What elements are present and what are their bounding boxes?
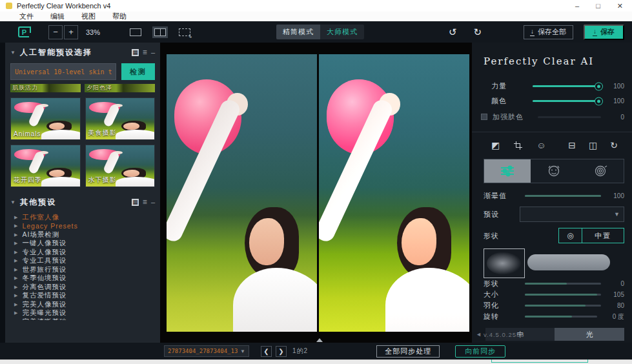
- rotate-icon[interactable]: ↻: [610, 140, 618, 150]
- slider-knob[interactable]: [595, 97, 602, 105]
- face-detect-icon[interactable]: ☺: [536, 140, 545, 150]
- preset-dropdown-label: 预设: [484, 210, 515, 219]
- tree-item[interactable]: 专业工具预设: [14, 257, 160, 266]
- chevron-down-icon: ▼: [240, 349, 245, 354]
- strength-slider[interactable]: [533, 85, 601, 87]
- tree-item[interactable]: 复古爱情预设: [14, 292, 160, 301]
- tree-item-studio-portrait[interactable]: 工作室人像: [14, 213, 160, 222]
- zoom-in-button[interactable]: +: [64, 25, 78, 39]
- split-view-icon[interactable]: [154, 28, 166, 36]
- enhance-skin-slider[interactable]: [538, 116, 601, 118]
- preset-thumb-partial[interactable]: 肌肤活力: [10, 84, 81, 92]
- slider-knob[interactable]: [595, 83, 602, 90]
- tree-item[interactable]: 分离色调预设: [14, 283, 160, 292]
- tree-item-legacy-presets[interactable]: Legacy Presets: [14, 222, 160, 231]
- preset-thumb-partial[interactable]: 夕阳色泽: [85, 84, 155, 92]
- preset-thumb-flowers[interactable]: 花开四季: [10, 145, 81, 187]
- other-presets-header[interactable]: ▼ 其他预设 ▦ ≡ –: [5, 192, 160, 212]
- eraser-icon[interactable]: ⊟: [568, 140, 576, 150]
- menu-edit[interactable]: 编辑: [50, 12, 65, 21]
- menu-file[interactable]: 文件: [19, 12, 34, 21]
- tab-simple-mode[interactable]: 精简模式: [276, 25, 320, 39]
- enhance-skin-checkbox[interactable]: [481, 114, 487, 120]
- size-value: 105: [606, 291, 624, 298]
- divider: [472, 132, 632, 132]
- flip-icon[interactable]: ◫: [589, 140, 597, 150]
- preset-thumb-food[interactable]: 美食摄影: [85, 97, 156, 140]
- presets-sidebar: ▼ 人工智能预设选择 ▦ ≡ – 检测 肌肤活力 夕阳色泽 Animals: [5, 43, 160, 343]
- grid-view-icon[interactable]: ▦: [132, 49, 139, 56]
- minimize-button[interactable]: –: [575, 2, 579, 10]
- shape-section-label: 形状: [484, 231, 499, 241]
- maximize-button[interactable]: □: [596, 2, 600, 10]
- ai-presets-header[interactable]: ▼ 人工智能预设选择 ▦ ≡ –: [5, 43, 160, 62]
- crop-icon[interactable]: [514, 141, 522, 150]
- tab-master-mode[interactable]: 大师模式: [320, 25, 364, 39]
- center-button[interactable]: 中置: [582, 228, 624, 243]
- compare-view-icon[interactable]: [179, 28, 190, 36]
- tool-icon-row: ◩ ☺ ⊟ ◫ ↻: [491, 140, 618, 150]
- save-button[interactable]: ↓ 保存: [584, 25, 624, 40]
- tree-item[interactable]: 冬季仙境预设: [14, 274, 160, 283]
- tab-sliders[interactable]: [484, 159, 531, 183]
- tree-item[interactable]: 一键人像预设: [14, 239, 160, 248]
- tree-item[interactable]: 完美人像预设: [14, 300, 160, 309]
- tree-item[interactable]: AI场景检测: [14, 230, 160, 239]
- color-slider[interactable]: [533, 100, 601, 102]
- sliders-icon: [500, 165, 515, 177]
- feather-slider[interactable]: [525, 305, 601, 307]
- strength-slider-label: 力量: [491, 81, 527, 91]
- expand-filmstrip-handle[interactable]: [316, 338, 323, 342]
- filename-dropdown[interactable]: 27873404_27873404_13f ▼: [164, 345, 249, 357]
- tree-item[interactable]: 完美曝光预设: [14, 309, 160, 318]
- photo-after[interactable]: [319, 54, 469, 332]
- preset-dropdown[interactable]: ▼: [520, 207, 624, 222]
- save-all-button[interactable]: ↓ 保存全部: [524, 25, 573, 39]
- zoom-out-button[interactable]: −: [48, 25, 63, 39]
- grid-view-icon[interactable]: ▦: [132, 199, 139, 206]
- collapse-dash-icon[interactable]: –: [151, 198, 155, 206]
- adjustment-tabs: [484, 159, 624, 183]
- tree-item[interactable]: 世界旅行预设: [14, 265, 160, 274]
- list-view-icon[interactable]: ≡: [143, 48, 147, 57]
- shape-opacity-bar[interactable]: [527, 254, 610, 270]
- save-label: 保存: [600, 27, 615, 37]
- vignette-amount-slider[interactable]: [525, 195, 601, 197]
- vignette-shape-preview[interactable]: [484, 248, 525, 278]
- target-icon[interactable]: ◎: [559, 228, 582, 243]
- preset-search-input[interactable]: [10, 63, 116, 80]
- rotate-value: 0 度: [602, 312, 624, 321]
- close-button[interactable]: ✕: [617, 2, 623, 10]
- list-view-icon[interactable]: ≡: [143, 197, 147, 207]
- collapse-left-icon[interactable]: ◄: [476, 331, 482, 338]
- prev-image-button[interactable]: ❮: [261, 346, 272, 357]
- tab-face[interactable]: [531, 159, 577, 183]
- photo-image: [167, 54, 317, 332]
- titlebar: Perfectly Clear Workbench v4 – □ ✕: [0, 0, 632, 12]
- preset-thumb-underwater[interactable]: 水下摄影: [85, 145, 156, 187]
- menu-help[interactable]: 帮助: [112, 12, 127, 21]
- toggle-light[interactable]: 光: [555, 328, 624, 341]
- rotate-slider[interactable]: [525, 316, 597, 318]
- tab-vignette[interactable]: [577, 159, 624, 183]
- size-slider[interactable]: [525, 294, 601, 296]
- shape-slider[interactable]: [525, 283, 601, 285]
- photo-before[interactable]: [167, 54, 317, 332]
- detect-button[interactable]: 检测: [121, 63, 155, 80]
- compare-icon[interactable]: ◩: [491, 140, 500, 150]
- single-view-icon[interactable]: [130, 28, 141, 36]
- collapse-dash-icon[interactable]: –: [151, 48, 155, 56]
- menu-view[interactable]: 视图: [81, 12, 96, 21]
- undo-icon[interactable]: ↺: [449, 26, 457, 38]
- sync-all-button[interactable]: 全部同步处理: [376, 345, 440, 358]
- sync-forward-button[interactable]: 向前同步: [455, 345, 505, 358]
- tree-item[interactable]: 完美清晰基础: [14, 318, 160, 320]
- preset-label: 美食摄影: [88, 128, 117, 137]
- next-image-button[interactable]: ❯: [276, 346, 287, 357]
- redo-icon[interactable]: ↻: [474, 26, 482, 38]
- color-value: 100: [606, 97, 624, 105]
- enhance-skin-label: 加强肤色: [493, 112, 533, 122]
- feather-slider-label: 羽化: [484, 301, 520, 310]
- tree-item[interactable]: 专业人像预设: [14, 248, 160, 257]
- preset-thumb-animals[interactable]: Animals: [10, 97, 81, 140]
